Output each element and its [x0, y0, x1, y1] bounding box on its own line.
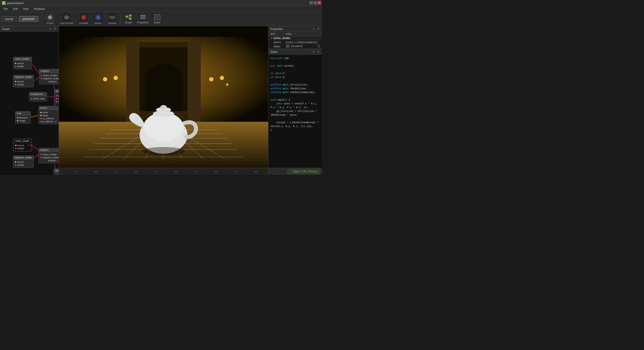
editor-pin-button[interactable]: ◇	[312, 50, 315, 54]
port-d1-vd: vertex_data	[56, 97, 59, 100]
status-text: (no errors)	[291, 45, 303, 48]
node-vertex-shader-1[interactable]: vertex_shader source shader	[13, 57, 32, 69]
svg-point-29	[220, 76, 224, 80]
scene-turntable[interactable]: turntable	[77, 12, 91, 25]
port-dot-fs1-source	[15, 81, 16, 82]
properties-panel: Properties ◇ ✕ item value ▼ vertex_sh	[268, 26, 322, 49]
port-dot-load-img	[17, 120, 18, 122]
graph-close-button[interactable]: ✕	[53, 27, 57, 31]
scene-simple[interactable]: simple	[44, 12, 57, 25]
svg-point-28	[209, 77, 214, 82]
props-value-source[interactable]	[284, 40, 322, 44]
properties-pin-button[interactable]: ◇	[312, 27, 315, 31]
editor-panel-header: Editor ◇ ✕	[268, 49, 322, 55]
port-fs2-shader: shader	[15, 164, 32, 166]
editor-footer: ✓ Apply (CTRL+Return)	[268, 168, 322, 175]
node-program-1-title: program	[39, 69, 59, 73]
props-row-source: source	[268, 40, 322, 44]
tab-opengl[interactable]: opengl	[1, 16, 17, 22]
editor-panel: Editor ◇ ✕ #version 130 out vec3 normal;…	[268, 49, 322, 175]
svg-line-10	[128, 16, 129, 17]
ruler-mark-35: 3.5	[206, 170, 226, 173]
source-input[interactable]	[286, 41, 318, 44]
ruler-mark-45: 4.5	[246, 170, 266, 173]
port-dot-vs2-source	[15, 145, 17, 146]
port-dot-d1-vd	[56, 98, 57, 99]
port-dot-vs1-shader	[15, 66, 16, 67]
port-dot-tex-val	[40, 115, 42, 116]
menu-edit[interactable]: Edit	[11, 6, 20, 11]
node-program-2[interactable]: program vertex_shader fragment_shader pr…	[38, 148, 59, 163]
menu-file[interactable]: File	[1, 6, 11, 11]
properties-label: Properties	[137, 21, 149, 24]
ruler-mark-15: 1.5	[126, 170, 146, 173]
port-bg-vd: vertex_data	[31, 97, 45, 100]
viewport[interactable]: 0 0.5 1 1.5 2 2.5 3 3.5 4 4.5	[59, 26, 268, 175]
window-controls: — □ ✕	[309, 1, 321, 5]
node-program-1[interactable]: program vertex_shader fragment_shader pr…	[39, 69, 59, 84]
scene-envmap[interactable]: envmap	[106, 12, 119, 25]
node-draw-2[interactable]: draw program vertex_data uniforms	[54, 169, 59, 175]
toolbar-editor[interactable]: Editor	[152, 13, 163, 25]
node-background-title: background	[29, 92, 47, 96]
scene-skybox[interactable]: skybox	[92, 12, 105, 25]
scene-envmap-label: envmap	[108, 22, 116, 24]
maximize-button[interactable]: □	[313, 1, 317, 5]
toolbar-divider-2	[121, 13, 121, 25]
node-vertex-shader-2[interactable]: vertex_shader source shader	[13, 139, 32, 151]
port-dot-fs2-shader	[15, 164, 16, 166]
props-group-label: ▼ vertex_shader	[268, 36, 322, 40]
editor-content[interactable]: #version 130 out vec3 normal; in vec3 P;…	[268, 55, 322, 168]
node-draw-1[interactable]: draw program vertex_data uniforms	[54, 89, 59, 104]
node-vertex-shader-2-title: vertex_shader	[14, 139, 31, 143]
svg-rect-24	[126, 42, 140, 122]
ruler-mark-2: 2	[146, 170, 166, 173]
props-col-item: item	[268, 32, 284, 36]
port-p1-out: program	[41, 80, 59, 83]
node-fragment-shader-1[interactable]: fragment_shader source shader	[13, 75, 34, 87]
node-fragment-shader-2-title: fragment_shader	[13, 156, 33, 160]
scene-skybox-label: skybox	[95, 22, 102, 24]
scene-turntable-label: turntable	[79, 22, 88, 24]
scene-autonormals[interactable]: auto normals	[58, 12, 76, 25]
toolbar-graph[interactable]: Graph	[123, 13, 134, 25]
port-vs2-source: source	[15, 144, 30, 147]
toolbar-properties[interactable]: Properties	[135, 13, 151, 25]
port-d1-uni: uniforms	[56, 100, 59, 103]
expand-arrow-icon: ▼	[270, 37, 273, 40]
node-texture[interactable]: texture name value in_uniforms	[38, 106, 58, 124]
port-dot-fs1-shader	[15, 84, 16, 85]
port-dot-p2-out	[58, 160, 59, 161]
editor-close-button[interactable]: ✕	[316, 50, 320, 54]
port-dot-d1-prog	[56, 95, 57, 96]
node-background[interactable]: background vertex_data	[29, 92, 47, 101]
close-button[interactable]: ✕	[317, 1, 321, 5]
timeline-ruler[interactable]: 0 0.5 1 1.5 2 2.5 3 3.5 4 4.5	[61, 168, 266, 175]
svg-point-1	[64, 15, 69, 19]
node-program-2-title: program	[39, 148, 59, 152]
editor-panel-buttons: ◇ ✕	[312, 50, 320, 54]
port-dot-tex-name	[40, 112, 42, 113]
svg-point-2	[82, 15, 86, 20]
minimize-button[interactable]: —	[309, 1, 313, 5]
graph-canvas[interactable]: vertex_shader source shader fragment_sha…	[0, 32, 59, 175]
status-indicator	[317, 45, 320, 47]
menu-playback[interactable]: Playback	[31, 6, 48, 11]
properties-close-button[interactable]: ✕	[316, 27, 320, 31]
port-p2-vs: vertex_shader	[40, 153, 59, 156]
node-load[interactable]: load filename image	[15, 111, 31, 124]
port-vs2-shader: shader	[15, 147, 30, 150]
props-group-vertex-shader: ▼ vertex_shader	[268, 36, 322, 40]
scene-simple-label: simple	[47, 22, 53, 24]
menu-view[interactable]: View	[20, 6, 31, 11]
tab-polymesh[interactable]: polymesh	[19, 16, 38, 22]
port-p2-fs: fragment_shader	[40, 156, 59, 159]
port-dot-p1-fs	[41, 78, 42, 79]
node-vertex-shader-1-title: vertex_shader	[13, 57, 32, 61]
apply-button[interactable]: ✓ Apply (CTRL+Return)	[288, 169, 320, 174]
port-load-img: image	[17, 120, 29, 122]
svg-point-27	[114, 76, 118, 80]
node-fragment-shader-2[interactable]: fragment_shader source shader	[13, 155, 34, 168]
node-texture-title: texture	[39, 106, 58, 110]
graph-pin-button[interactable]: ◇	[49, 27, 52, 31]
